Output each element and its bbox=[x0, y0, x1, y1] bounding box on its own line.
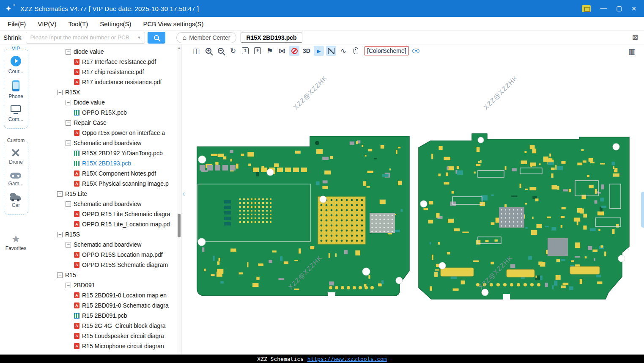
tree-item[interactable]: −R15 Lite bbox=[32, 189, 181, 199]
bottom-layer-icon[interactable]: ↟ bbox=[252, 46, 263, 56]
three-d-button[interactable]: 3D bbox=[301, 46, 312, 56]
arrow-tool-icon[interactable]: ► bbox=[314, 46, 324, 56]
maximize-button[interactable]: ▢ bbox=[616, 5, 622, 12]
tree-item[interactable]: AR17 chip resistance.pdf bbox=[32, 67, 181, 77]
tree-item-label: R15 2BD091-0 Schematic diagra bbox=[82, 302, 169, 309]
sidebar-item-gam[interactable]: Gam... bbox=[8, 171, 23, 187]
tree-item[interactable]: R15 2BD091.pcb bbox=[32, 311, 181, 321]
tree-item[interactable]: −R15X bbox=[32, 87, 181, 97]
pdf-file-icon: A bbox=[74, 181, 79, 187]
pcb-canvas[interactable]: XZZ@XZZHKXZZ@XZZHKXZZ@XZZHKXZZ@XZZHK bbox=[182, 57, 644, 355]
curve-icon[interactable]: ∿ bbox=[338, 46, 348, 56]
tree-item[interactable]: AR15 Microphone circuit diagran bbox=[32, 341, 181, 351]
collapse-icon[interactable]: − bbox=[66, 201, 71, 207]
tree-item[interactable]: −diode value bbox=[32, 47, 181, 57]
top-layer-icon[interactable]: ↥ bbox=[240, 46, 250, 56]
scroll-up-icon[interactable] bbox=[177, 46, 181, 49]
vip-badge-icon[interactable] bbox=[582, 5, 591, 12]
sidebar-item-drone[interactable]: Drone bbox=[8, 148, 23, 165]
collapse-icon[interactable]: − bbox=[66, 283, 71, 288]
collapse-icon[interactable]: − bbox=[57, 232, 63, 237]
tree-item[interactable]: AR15 Loudspeaker circuit diagra bbox=[32, 331, 181, 341]
mirror-icon[interactable]: ⋈ bbox=[277, 46, 287, 56]
gamepad-icon bbox=[10, 173, 21, 179]
tree-item[interactable]: AR15X Component Notes.pdf bbox=[32, 168, 181, 179]
sidebar-item-favorites[interactable]: Favorites bbox=[5, 234, 26, 251]
collapse-tree-handle[interactable] bbox=[182, 189, 185, 198]
split-view-icon[interactable]: ◫ bbox=[191, 46, 201, 56]
pdf-file-icon: A bbox=[74, 221, 79, 227]
tree-item-label: OPPO R15S Schematic diagram bbox=[82, 261, 168, 268]
tree-item[interactable]: −2BD091 bbox=[32, 280, 181, 290]
tree-item[interactable]: AR15 2BD091-0 Location map en bbox=[32, 290, 181, 300]
search-button[interactable] bbox=[148, 32, 165, 44]
flag-icon[interactable]: ⚑ bbox=[265, 46, 275, 56]
collapse-icon[interactable]: − bbox=[66, 120, 71, 126]
sidebar-item-cour[interactable]: Cour... bbox=[8, 56, 23, 74]
tree-item[interactable]: −Schematic and boardview bbox=[32, 138, 181, 148]
tree-scrollbar[interactable] bbox=[177, 44, 181, 355]
menu-item-file-f[interactable]: File(F) bbox=[2, 17, 32, 30]
tab-active-pcb[interactable]: R15X 2BD193.pcb bbox=[241, 33, 302, 43]
tree-item[interactable]: −Diode value bbox=[32, 97, 181, 107]
chevron-down-icon[interactable] bbox=[137, 36, 141, 40]
tree-item[interactable]: AR15X Physical scanning image.p bbox=[32, 179, 181, 189]
tree-item[interactable]: AOPPO R15 Lite Schematic diagra bbox=[32, 209, 181, 219]
tree-item[interactable]: −Repair Case bbox=[32, 118, 181, 128]
eye-icon[interactable] bbox=[411, 46, 421, 56]
zoom-in-icon[interactable]: + bbox=[203, 46, 214, 56]
tree-item-label: Schematic and boardview bbox=[74, 241, 141, 248]
menu-item-pcb-view-settings-s[interactable]: PCB View settings(S) bbox=[137, 17, 209, 30]
tree-item[interactable]: OPPO R15X.pcb bbox=[32, 107, 181, 118]
sidebar-item-phone[interactable]: Phone bbox=[8, 80, 23, 99]
status-link[interactable]: https://www.xzztools.com bbox=[307, 356, 387, 362]
close-panel-icon[interactable] bbox=[632, 33, 638, 42]
collapse-icon[interactable]: − bbox=[57, 191, 63, 197]
collapse-icon[interactable]: − bbox=[57, 90, 63, 95]
tree-item[interactable]: AOPPO R15S Schematic diagram bbox=[32, 260, 181, 270]
tree-item[interactable]: −R15 bbox=[32, 270, 181, 280]
tree-item[interactable]: R15X 2BD192 YiDianTong.pcb bbox=[32, 148, 181, 158]
pdf-file-icon: A bbox=[74, 170, 79, 176]
tree-item[interactable]: R15X 2BD193.pcb bbox=[32, 158, 181, 168]
member-center-button[interactable]: Member Center bbox=[176, 32, 237, 43]
diagonal-measure-icon[interactable] bbox=[326, 46, 336, 56]
tree-item[interactable]: AOppo r15x power on interface a bbox=[32, 128, 181, 138]
tree-item-label: R15X 2BD193.pcb bbox=[82, 160, 131, 167]
collapse-icon[interactable]: − bbox=[66, 100, 71, 105]
minimize-button[interactable]: — bbox=[600, 5, 607, 12]
layers-panel-icon[interactable] bbox=[628, 47, 636, 56]
search-input[interactable] bbox=[26, 34, 145, 41]
tree-item[interactable]: AR15 2G 4G_Circuit block diagra bbox=[32, 321, 181, 331]
shrink-button[interactable]: Shrink bbox=[3, 34, 22, 41]
tree-item[interactable]: AR17 inductance resistance.pdf bbox=[32, 77, 181, 87]
right-panel-handle[interactable] bbox=[641, 192, 644, 228]
scrollbar-thumb[interactable] bbox=[178, 214, 181, 237]
menu-item-settings-s[interactable]: Settings(S) bbox=[94, 17, 137, 30]
sidebar-item-com[interactable]: Com... bbox=[8, 105, 23, 122]
tree-item[interactable]: −R15S bbox=[32, 229, 181, 239]
close-button[interactable]: × bbox=[631, 5, 636, 12]
tree-item[interactable]: AOPPO R15 Lite_Location map.pd bbox=[32, 219, 181, 229]
collapse-icon[interactable]: − bbox=[66, 242, 71, 248]
tree-item[interactable]: −Schematic and boardview bbox=[32, 239, 181, 250]
tree-item-label: diode value bbox=[74, 48, 104, 55]
tree-item[interactable]: AR15 2BD091-0 Schematic diagra bbox=[32, 300, 181, 311]
colorscheme-button[interactable]: [ColorScheme] bbox=[364, 46, 409, 55]
menu-item-vip-v[interactable]: VIP(V) bbox=[32, 17, 62, 30]
disable-measure-icon[interactable] bbox=[289, 46, 299, 56]
collapse-icon[interactable]: − bbox=[66, 49, 71, 55]
collapse-icon[interactable]: − bbox=[57, 272, 63, 278]
pcb-file-icon bbox=[74, 110, 79, 116]
menu-item-tool-t[interactable]: Tool(T) bbox=[63, 17, 94, 30]
mouse-icon[interactable] bbox=[351, 46, 361, 56]
tree-item[interactable]: −Schematic and boardview bbox=[32, 199, 181, 209]
collapse-icon[interactable]: − bbox=[66, 140, 71, 146]
pcb-board-image[interactable]: XZZ@XZZHKXZZ@XZZHKXZZ@XZZHKXZZ@XZZHK bbox=[182, 57, 644, 355]
tree-item[interactable]: AR17 Interface resistance.pdf bbox=[32, 57, 181, 67]
zoom-refresh-icon[interactable]: ↻ bbox=[228, 46, 238, 56]
tree-item[interactable]: AOPPO R15S Location map.pdf bbox=[32, 250, 181, 260]
pdf-file-icon: A bbox=[74, 79, 79, 85]
zoom-out-icon[interactable]: − bbox=[216, 46, 226, 56]
sidebar-item-car[interactable]: Car bbox=[8, 192, 23, 208]
